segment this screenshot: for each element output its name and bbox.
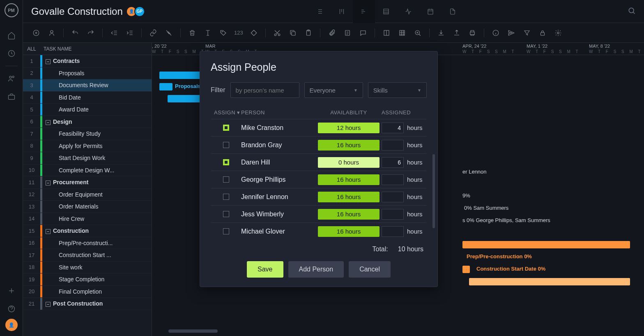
redo-icon[interactable]: [84, 26, 97, 39]
briefcase-icon[interactable]: [3, 88, 20, 105]
view-activity-icon[interactable]: [397, 0, 419, 23]
people-icon[interactable]: [3, 70, 20, 87]
task-row[interactable]: 20 Final Completion: [23, 286, 152, 298]
task-row[interactable]: 9 Start Design Work: [23, 152, 152, 165]
columns-icon[interactable]: [380, 26, 393, 39]
filter-icon[interactable]: [520, 26, 534, 39]
paste-icon[interactable]: [302, 26, 315, 39]
task-row[interactable]: 16 Prep/Pre-constructi...: [23, 237, 152, 250]
col-person[interactable]: PERSON: [241, 109, 316, 116]
task-row[interactable]: 10 Complete Design W...: [23, 165, 152, 177]
task-row[interactable]: 19 Stage Completion: [23, 273, 152, 286]
help-icon[interactable]: [3, 301, 20, 317]
import-icon[interactable]: [435, 26, 448, 39]
task-row[interactable]: 3 Documents Review: [23, 79, 152, 92]
assign-checkbox[interactable]: [223, 176, 229, 183]
print-icon[interactable]: [466, 26, 479, 39]
undo-icon[interactable]: [69, 26, 82, 39]
view-file-icon[interactable]: [442, 0, 464, 23]
avatar[interactable]: GP: [134, 6, 145, 17]
hours-input[interactable]: [382, 157, 404, 168]
trash-icon[interactable]: [186, 26, 199, 39]
add-person-button[interactable]: Add Person: [288, 261, 344, 278]
info-icon[interactable]: [489, 26, 502, 39]
assign-checkbox[interactable]: [223, 159, 229, 165]
assign-icon[interactable]: [45, 26, 58, 39]
clock-icon[interactable]: [3, 45, 20, 62]
task-row[interactable]: 1 −Contracts: [23, 55, 152, 67]
hours-input[interactable]: [382, 226, 404, 237]
export-icon[interactable]: [450, 26, 463, 39]
gear-icon[interactable]: [552, 26, 565, 39]
col-all[interactable]: ALL: [23, 46, 40, 52]
copy-icon[interactable]: [286, 26, 299, 39]
lock-icon[interactable]: [536, 26, 549, 39]
search-icon[interactable]: [628, 7, 636, 16]
text-icon[interactable]: [201, 26, 214, 39]
diamond-icon[interactable]: [247, 26, 260, 39]
task-row[interactable]: 15 −Construction: [23, 225, 152, 237]
unlink-icon[interactable]: [162, 26, 175, 39]
collapse-icon[interactable]: −: [46, 59, 51, 64]
avatar-group[interactable]: 👤 GP: [129, 6, 145, 17]
hours-input[interactable]: [382, 192, 404, 202]
task-row[interactable]: 5 Award Date: [23, 104, 152, 116]
add-icon[interactable]: [30, 26, 43, 39]
col-assigned[interactable]: ASSIGNED: [382, 109, 427, 116]
col-availability[interactable]: AVAILABILITY: [316, 109, 382, 116]
col-assign[interactable]: ASSIGN▾: [211, 109, 241, 116]
assign-checkbox[interactable]: [223, 142, 229, 148]
gantt-bar[interactable]: [469, 278, 630, 285]
assign-checkbox[interactable]: [223, 228, 229, 234]
save-button[interactable]: Save: [247, 261, 283, 278]
note-icon[interactable]: [341, 26, 354, 39]
task-row[interactable]: 4 Bid Date: [23, 92, 152, 104]
task-row[interactable]: 12 Order Equipment: [23, 189, 152, 201]
zoom-icon[interactable]: [411, 26, 424, 39]
col-taskname[interactable]: TASK NAME: [40, 46, 152, 52]
filter-name-input[interactable]: [230, 82, 299, 98]
hours-input[interactable]: [382, 123, 404, 133]
hours-input[interactable]: [382, 140, 404, 151]
task-row[interactable]: 11 −Procurement: [23, 176, 152, 189]
collapse-icon[interactable]: −: [46, 120, 51, 125]
view-list-icon[interactable]: [308, 0, 331, 23]
link-icon[interactable]: [147, 26, 160, 39]
task-row[interactable]: 17 Construction Start ...: [23, 249, 152, 262]
indent-icon[interactable]: [123, 26, 136, 39]
task-row[interactable]: 6 −Design: [23, 116, 152, 128]
filter-everyone-select[interactable]: Everyone▼: [304, 82, 363, 98]
gantt-bar[interactable]: [462, 241, 630, 248]
tag-icon[interactable]: [217, 26, 230, 39]
outdent-icon[interactable]: [108, 26, 121, 39]
grid-icon[interactable]: [396, 26, 409, 39]
task-row[interactable]: 7 Feasibility Study: [23, 128, 152, 140]
send-icon[interactable]: [505, 26, 518, 39]
horizontal-scrollbar[interactable]: [168, 329, 218, 333]
hours-input[interactable]: [382, 174, 404, 185]
comment-icon[interactable]: [356, 26, 370, 39]
assign-checkbox[interactable]: [223, 211, 229, 217]
assign-checkbox[interactable]: [223, 125, 229, 131]
view-gantt-icon[interactable]: [353, 0, 375, 23]
user-avatar[interactable]: 👤: [5, 319, 18, 331]
view-board-icon[interactable]: [331, 0, 353, 23]
cancel-button[interactable]: Cancel: [349, 261, 391, 278]
gantt-bar[interactable]: [462, 266, 470, 273]
filter-skills-select[interactable]: Skills▼: [368, 82, 427, 98]
attach-icon[interactable]: [325, 26, 338, 39]
collapse-icon[interactable]: −: [46, 229, 51, 234]
task-row[interactable]: 13 Order Materials: [23, 201, 152, 213]
home-icon[interactable]: [3, 27, 20, 44]
modal-scrollbar[interactable]: [432, 154, 435, 228]
task-row[interactable]: 21 −Post Construction: [23, 298, 152, 310]
task-row[interactable]: 18 Site work: [23, 262, 152, 274]
view-calendar-icon[interactable]: [419, 0, 442, 23]
task-row[interactable]: 8 Apply for Permits: [23, 140, 152, 153]
task-row[interactable]: 2 Proposals: [23, 67, 152, 80]
collapse-icon[interactable]: −: [46, 302, 51, 307]
cut-icon[interactable]: [271, 26, 284, 39]
assign-checkbox[interactable]: [223, 194, 229, 200]
collapse-icon[interactable]: −: [46, 181, 51, 185]
hours-input[interactable]: [382, 209, 404, 220]
